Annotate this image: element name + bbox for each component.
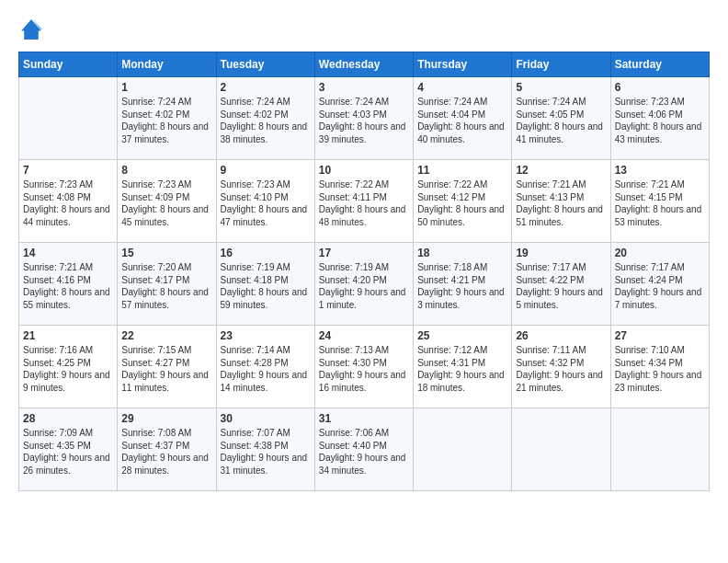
day-number: 20 <box>615 247 705 259</box>
day-info: Sunrise: 7:09 AMSunset: 4:35 PMDaylight:… <box>23 427 113 477</box>
day-number: 18 <box>417 247 507 259</box>
calendar-cell: 14Sunrise: 7:21 AMSunset: 4:16 PMDayligh… <box>19 243 118 326</box>
day-info: Sunrise: 7:21 AMSunset: 4:16 PMDaylight:… <box>23 261 113 311</box>
day-info: Sunrise: 7:14 AMSunset: 4:28 PMDaylight:… <box>221 344 311 394</box>
sunrise-text: Sunrise: 7:22 AM <box>319 179 389 190</box>
day-number: 2 <box>221 81 311 94</box>
daylight-text: Daylight: 8 hours and 37 minutes. <box>121 121 209 144</box>
sunrise-text: Sunrise: 7:23 AM <box>221 179 290 190</box>
calendar-cell: 6Sunrise: 7:23 AMSunset: 4:06 PMDaylight… <box>610 77 709 160</box>
calendar-cell: 11Sunrise: 7:22 AMSunset: 4:12 PMDayligh… <box>414 160 512 243</box>
calendar-header-row: SundayMondayTuesdayWednesdayThursdayFrid… <box>19 52 710 77</box>
day-info: Sunrise: 7:21 AMSunset: 4:15 PMDaylight:… <box>615 178 705 228</box>
day-number: 28 <box>23 412 113 425</box>
day-number: 25 <box>417 329 507 342</box>
sunset-text: Sunset: 4:27 PM <box>121 358 189 368</box>
header-thursday: Thursday <box>414 52 512 77</box>
day-number: 10 <box>319 164 409 177</box>
calendar-cell: 5Sunrise: 7:24 AMSunset: 4:05 PMDaylight… <box>512 77 610 160</box>
sunrise-text: Sunrise: 7:07 AM <box>221 428 290 438</box>
sunrise-text: Sunrise: 7:24 AM <box>319 97 389 107</box>
daylight-text: Daylight: 8 hours and 38 minutes. <box>221 121 308 144</box>
day-number: 3 <box>319 81 409 94</box>
day-info: Sunrise: 7:10 AMSunset: 4:34 PMDaylight:… <box>615 344 705 394</box>
sunset-text: Sunset: 4:05 PM <box>516 109 584 120</box>
day-info: Sunrise: 7:17 AMSunset: 4:22 PMDaylight:… <box>516 261 606 311</box>
calendar-cell: 9Sunrise: 7:23 AMSunset: 4:10 PMDaylight… <box>216 160 314 243</box>
day-number: 14 <box>23 247 113 259</box>
daylight-text: Daylight: 9 hours and 26 minutes. <box>23 453 110 476</box>
calendar-cell: 10Sunrise: 7:22 AMSunset: 4:11 PMDayligh… <box>314 160 413 243</box>
day-info: Sunrise: 7:23 AMSunset: 4:10 PMDaylight:… <box>221 178 311 228</box>
sunrise-text: Sunrise: 7:22 AM <box>417 179 487 190</box>
calendar-cell: 18Sunrise: 7:18 AMSunset: 4:21 PMDayligh… <box>414 243 512 326</box>
daylight-text: Daylight: 9 hours and 28 minutes. <box>121 453 209 476</box>
calendar-table: SundayMondayTuesdayWednesdayThursdayFrid… <box>18 52 710 491</box>
sunrise-text: Sunrise: 7:17 AM <box>516 262 586 272</box>
daylight-text: Daylight: 8 hours and 50 minutes. <box>417 204 505 227</box>
calendar-cell: 12Sunrise: 7:21 AMSunset: 4:13 PMDayligh… <box>512 160 610 243</box>
day-number: 5 <box>516 81 606 94</box>
calendar-cell: 1Sunrise: 7:24 AMSunset: 4:02 PMDaylight… <box>118 77 216 160</box>
day-info: Sunrise: 7:08 AMSunset: 4:37 PMDaylight:… <box>121 427 211 477</box>
day-info: Sunrise: 7:18 AMSunset: 4:21 PMDaylight:… <box>417 261 507 311</box>
day-number: 17 <box>319 247 409 259</box>
calendar-cell <box>610 408 709 491</box>
calendar-cell: 29Sunrise: 7:08 AMSunset: 4:37 PMDayligh… <box>118 408 216 491</box>
calendar-cell: 16Sunrise: 7:19 AMSunset: 4:18 PMDayligh… <box>216 243 314 326</box>
sunset-text: Sunset: 4:10 PM <box>221 192 289 202</box>
sunset-text: Sunset: 4:04 PM <box>417 109 485 120</box>
daylight-text: Daylight: 8 hours and 39 minutes. <box>319 121 406 144</box>
daylight-text: Daylight: 9 hours and 11 minutes. <box>121 370 209 393</box>
calendar-cell: 21Sunrise: 7:16 AMSunset: 4:25 PMDayligh… <box>19 326 118 408</box>
day-info: Sunrise: 7:22 AMSunset: 4:11 PMDaylight:… <box>319 178 409 228</box>
sunset-text: Sunset: 4:08 PM <box>23 192 91 202</box>
day-info: Sunrise: 7:12 AMSunset: 4:31 PMDaylight:… <box>417 344 507 394</box>
sunrise-text: Sunrise: 7:23 AM <box>615 97 685 107</box>
day-info: Sunrise: 7:24 AMSunset: 4:02 PMDaylight:… <box>121 96 211 145</box>
sunset-text: Sunset: 4:28 PM <box>221 358 289 368</box>
sunset-text: Sunset: 4:11 PM <box>319 192 387 202</box>
day-number: 31 <box>319 412 409 425</box>
header-monday: Monday <box>118 52 216 77</box>
day-info: Sunrise: 7:15 AMSunset: 4:27 PMDaylight:… <box>121 344 211 394</box>
calendar-cell: 17Sunrise: 7:19 AMSunset: 4:20 PMDayligh… <box>314 243 413 326</box>
daylight-text: Daylight: 8 hours and 48 minutes. <box>319 204 406 227</box>
day-info: Sunrise: 7:07 AMSunset: 4:38 PMDaylight:… <box>221 427 311 477</box>
day-info: Sunrise: 7:24 AMSunset: 4:02 PMDaylight:… <box>221 96 311 145</box>
sunset-text: Sunset: 4:20 PM <box>319 275 387 285</box>
daylight-text: Daylight: 8 hours and 41 minutes. <box>516 121 603 144</box>
sunset-text: Sunset: 4:40 PM <box>319 441 387 451</box>
sunrise-text: Sunrise: 7:15 AM <box>121 345 191 355</box>
logo-icon <box>18 17 44 42</box>
sunset-text: Sunset: 4:06 PM <box>615 109 683 120</box>
sunrise-text: Sunrise: 7:16 AM <box>23 345 93 355</box>
day-number: 24 <box>319 329 409 342</box>
daylight-text: Daylight: 9 hours and 9 minutes. <box>23 370 110 393</box>
daylight-text: Daylight: 8 hours and 55 minutes. <box>23 287 110 310</box>
sunrise-text: Sunrise: 7:11 AM <box>516 345 586 355</box>
sunset-text: Sunset: 4:37 PM <box>121 441 189 451</box>
sunset-text: Sunset: 4:16 PM <box>23 275 91 285</box>
sunrise-text: Sunrise: 7:06 AM <box>319 428 389 438</box>
header <box>18 17 710 42</box>
sunset-text: Sunset: 4:03 PM <box>319 109 387 120</box>
calendar-cell <box>19 77 118 160</box>
daylight-text: Daylight: 9 hours and 21 minutes. <box>516 370 603 393</box>
calendar-week-4: 21Sunrise: 7:16 AMSunset: 4:25 PMDayligh… <box>19 326 710 408</box>
sunrise-text: Sunrise: 7:20 AM <box>121 262 191 272</box>
calendar-cell: 19Sunrise: 7:17 AMSunset: 4:22 PMDayligh… <box>512 243 610 326</box>
daylight-text: Daylight: 9 hours and 31 minutes. <box>221 453 308 476</box>
daylight-text: Daylight: 9 hours and 23 minutes. <box>615 370 702 393</box>
sunset-text: Sunset: 4:30 PM <box>319 358 387 368</box>
calendar-cell: 28Sunrise: 7:09 AMSunset: 4:35 PMDayligh… <box>19 408 118 491</box>
sunset-text: Sunset: 4:31 PM <box>417 358 485 368</box>
day-number: 29 <box>121 412 211 425</box>
day-number: 23 <box>221 329 311 342</box>
daylight-text: Daylight: 8 hours and 43 minutes. <box>615 121 702 144</box>
sunrise-text: Sunrise: 7:09 AM <box>23 428 93 438</box>
calendar-cell <box>414 408 512 491</box>
day-number: 13 <box>615 164 705 177</box>
daylight-text: Daylight: 8 hours and 44 minutes. <box>23 204 110 227</box>
day-info: Sunrise: 7:17 AMSunset: 4:24 PMDaylight:… <box>615 261 705 311</box>
